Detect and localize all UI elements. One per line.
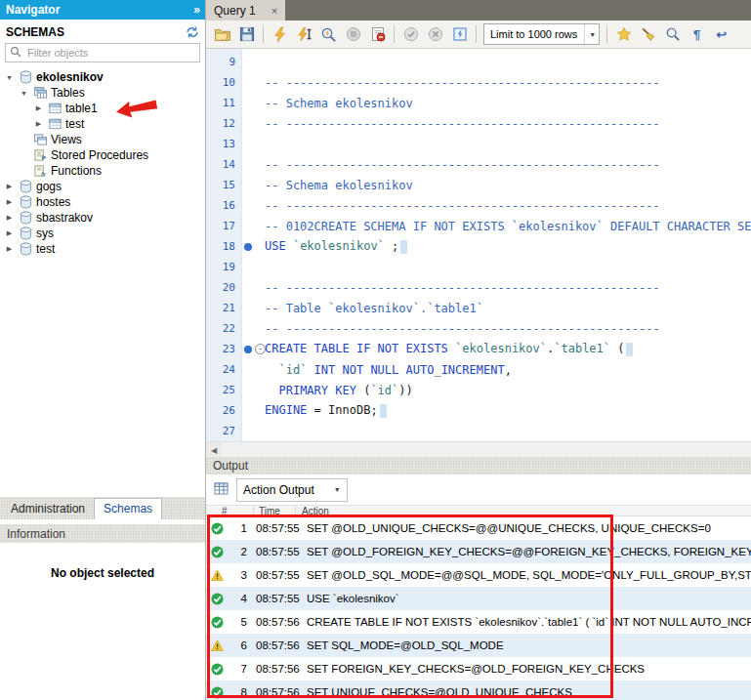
- code-line[interactable]: 26ENGINE = InnoDB;: [206, 400, 751, 421]
- code-line[interactable]: 22-- -----------------------------------…: [206, 318, 751, 339]
- views-icon: [32, 133, 48, 146]
- toolbar-separator: [263, 25, 264, 43]
- commit-icon[interactable]: [399, 23, 422, 46]
- row-number: 1: [228, 522, 247, 534]
- tab-schemas[interactable]: Schemas: [94, 498, 162, 519]
- code-line[interactable]: 21-- Table `ekolesnikov`.`table1`: [206, 298, 751, 318]
- code-line[interactable]: 23-CREATE TABLE IF NOT EXISTS `ekolesnik…: [206, 339, 751, 359]
- code-line[interactable]: 17-- 0102CREATE SCHEMA IF NOT EXISTS `ek…: [206, 216, 751, 236]
- line-number: 22: [206, 322, 241, 335]
- code-line[interactable]: 25 PRIMARY KEY (`id`)): [206, 380, 751, 400]
- tree-item-stored-procedures[interactable]: Stored Procedures: [0, 147, 205, 163]
- code-line[interactable]: 15-- Schema ekolesnikov: [206, 175, 751, 195]
- procedures-icon: [32, 148, 48, 162]
- tree-item-views[interactable]: Views: [0, 132, 205, 147]
- execute-icon[interactable]: [269, 23, 291, 46]
- editor-horizontal-scrollbar[interactable]: ◀: [206, 441, 751, 458]
- collapsed-arrow-icon[interactable]: ▶: [33, 104, 44, 112]
- row-action: SET @OLD_SQL_MODE=@@SQL_MODE, SQL_MODE='…: [302, 569, 751, 581]
- code-line[interactable]: 14-- -----------------------------------…: [206, 154, 751, 175]
- line-number: 25: [206, 384, 241, 396]
- expanded-arrow-icon[interactable]: ▼: [4, 74, 15, 81]
- output-row[interactable]: 608:57:56SET SQL_MODE=@OLD_SQL_MODE: [206, 634, 751, 657]
- table-icon: [47, 102, 63, 115]
- tree-item-sbastrakov[interactable]: ▶sbastrakov: [0, 210, 205, 226]
- scroll-left-arrow-icon[interactable]: ◀: [206, 442, 222, 458]
- tree-item-test[interactable]: ▶test: [0, 241, 205, 257]
- code-text: -- 0102CREATE SCHEMA IF NOT EXISTS `ekol…: [265, 220, 751, 233]
- collapsed-arrow-icon[interactable]: ▶: [4, 214, 15, 222]
- navigator-titlebar: Navigator »: [0, 0, 205, 20]
- beautify-icon[interactable]: [637, 23, 659, 46]
- filter-input[interactable]: [25, 46, 195, 60]
- output-row[interactable]: 808:57:56SET UNIQUE_CHECKS=@OLD_UNIQUE_C…: [206, 680, 751, 700]
- tree-item-test[interactable]: ▶test: [0, 116, 205, 132]
- save-snippet-icon[interactable]: [612, 23, 635, 46]
- row-number: 4: [228, 593, 247, 604]
- tree-item-tables[interactable]: ▼Tables: [0, 85, 205, 101]
- row-number: 6: [228, 639, 247, 651]
- execute-current-icon[interactable]: [293, 23, 315, 46]
- code-text: PRIMARY KEY (`id`)): [265, 384, 751, 397]
- wrap-icon[interactable]: ↩: [710, 23, 732, 46]
- find-icon[interactable]: [661, 23, 684, 46]
- output-row[interactable]: 108:57:55SET @OLD_UNIQUE_CHECKS=@@UNIQUE…: [206, 516, 751, 540]
- output-column-header-num: #: [206, 506, 254, 515]
- code-line[interactable]: 19: [206, 257, 751, 277]
- tree-item-label: test: [65, 117, 84, 131]
- collapsed-arrow-icon[interactable]: ▶: [4, 229, 15, 237]
- collapse-panel-icon[interactable]: »: [193, 3, 199, 17]
- code-line[interactable]: 13: [206, 134, 751, 154]
- expanded-arrow-icon[interactable]: ▼: [19, 90, 29, 97]
- autocommit-icon[interactable]: [448, 23, 471, 46]
- output-row[interactable]: 708:57:56SET FOREIGN_KEY_CHECKS=@OLD_FOR…: [206, 657, 751, 680]
- collapsed-arrow-icon[interactable]: ▶: [33, 120, 44, 128]
- output-row[interactable]: 308:57:55SET @OLD_SQL_MODE=@@SQL_MODE, S…: [206, 563, 751, 587]
- output-view-dropdown[interactable]: Action Output ▼: [236, 478, 348, 502]
- schemas-header-label: SCHEMAS: [6, 25, 64, 39]
- refresh-schemas-icon[interactable]: [186, 26, 199, 38]
- chevron-down-icon: ▼: [584, 24, 596, 44]
- functions-icon: fx: [32, 164, 48, 178]
- output-row[interactable]: 408:57:55USE `ekolesnikov`: [206, 587, 751, 610]
- tree-item-ekolesnikov[interactable]: ▼ekolesnikov: [0, 69, 205, 85]
- close-tab-icon[interactable]: ×: [271, 5, 277, 17]
- code-line[interactable]: 18USE `ekolesnikov` ;: [206, 236, 751, 257]
- collapsed-arrow-icon[interactable]: ▶: [4, 183, 15, 190]
- open-script-icon[interactable]: [211, 23, 233, 46]
- tree-item-label: table1: [65, 102, 98, 115]
- tab-query-1[interactable]: Query 1 ×: [206, 0, 285, 21]
- tree-item-hostes[interactable]: ▶hostes: [0, 194, 205, 210]
- collapsed-arrow-icon[interactable]: ▶: [4, 245, 15, 253]
- tab-administration[interactable]: Administration: [2, 499, 94, 519]
- output-row[interactable]: 208:57:55SET @OLD_FOREIGN_KEY_CHECKS=@@F…: [206, 540, 751, 563]
- code-line[interactable]: 16-- -----------------------------------…: [206, 195, 751, 216]
- limit-rows-dropdown[interactable]: Limit to 1000 rows▼: [483, 23, 600, 45]
- save-script-icon[interactable]: [235, 23, 258, 46]
- code-line[interactable]: 9: [206, 52, 751, 72]
- row-number: 5: [228, 616, 247, 628]
- collapsed-arrow-icon[interactable]: ▶: [4, 198, 15, 206]
- editor-tab-strip: Query 1 ×: [206, 0, 751, 21]
- rollback-icon[interactable]: [424, 23, 446, 46]
- explain-icon[interactable]: [317, 23, 340, 46]
- stop-on-error-icon[interactable]: [366, 23, 389, 46]
- tree-item-functions[interactable]: fxFunctions: [0, 163, 205, 179]
- output-row[interactable]: 508:57:56CREATE TABLE IF NOT EXISTS `eko…: [206, 610, 751, 634]
- statement-marker-icon: [244, 243, 252, 251]
- tree-item-gogs[interactable]: ▶gogs: [0, 179, 205, 194]
- line-number: 26: [206, 404, 241, 417]
- stop-icon[interactable]: [342, 23, 364, 46]
- tree-item-table1[interactable]: ▶table1: [0, 101, 205, 116]
- schema-icon: [18, 70, 33, 84]
- code-line[interactable]: 20-- -----------------------------------…: [206, 277, 751, 298]
- tree-item-sys[interactable]: ▶sys: [0, 226, 205, 241]
- code-line[interactable]: 12-- -----------------------------------…: [206, 113, 751, 134]
- invisibles-icon[interactable]: ¶: [686, 23, 708, 46]
- sql-toolbar: Limit to 1000 rows▼¶↩: [206, 21, 751, 49]
- code-line[interactable]: 10-- -----------------------------------…: [206, 72, 751, 93]
- code-line[interactable]: 27: [206, 421, 751, 441]
- code-line[interactable]: 24 `id` INT NOT NULL AUTO_INCREMENT,: [206, 359, 751, 380]
- sql-editor[interactable]: 910-- ----------------------------------…: [206, 49, 751, 441]
- code-line[interactable]: 11-- Schema ekolesnikov: [206, 93, 751, 113]
